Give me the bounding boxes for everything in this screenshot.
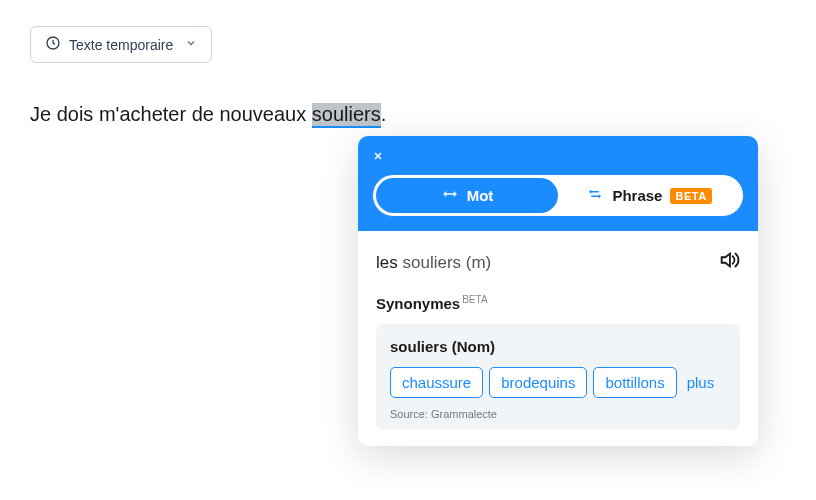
synonym-chip[interactable]: bottillons xyxy=(593,367,676,398)
word-info: les souliers (m) xyxy=(376,253,491,273)
synonym-head: souliers (Nom) xyxy=(390,338,726,355)
synonyms-title-text: Synonymes xyxy=(376,295,460,312)
popup-tabs: Mot Phrase BETA xyxy=(372,174,744,217)
synonym-chips: chaussure brodequins bottillons plus xyxy=(390,367,726,398)
word-popup: Mot Phrase BETA les souliers (m) Synony xyxy=(358,136,758,446)
word-main: souliers xyxy=(402,253,461,272)
synonym-source: Source: Grammalecte xyxy=(390,408,726,420)
more-synonyms-link[interactable]: plus xyxy=(683,368,719,397)
beta-badge: BETA xyxy=(670,188,711,204)
chevron-down-icon xyxy=(185,37,197,52)
close-icon[interactable] xyxy=(372,148,384,174)
word-tab-icon xyxy=(441,187,459,204)
tab-word[interactable]: Mot xyxy=(376,178,558,213)
highlighted-word[interactable]: souliers xyxy=(312,103,381,128)
clock-icon xyxy=(45,35,61,54)
popup-body: les souliers (m) SynonymesBETA souliers … xyxy=(358,231,758,446)
synonyms-title: SynonymesBETA xyxy=(376,294,740,312)
editor-sentence[interactable]: Je dois m'acheter de nouveaux souliers. xyxy=(30,103,386,126)
sentence-post: . xyxy=(381,103,387,125)
tab-phrase[interactable]: Phrase BETA xyxy=(558,178,740,213)
speaker-icon[interactable] xyxy=(718,249,740,276)
tab-phrase-label: Phrase xyxy=(612,187,662,204)
synonym-head-word: souliers xyxy=(390,338,448,355)
synonym-chip[interactable]: brodequins xyxy=(489,367,587,398)
tab-word-label: Mot xyxy=(467,187,494,204)
synonym-chip[interactable]: chaussure xyxy=(390,367,483,398)
word-gender: (m) xyxy=(466,253,491,272)
synonyms-beta-label: BETA xyxy=(462,294,487,305)
phrase-tab-icon xyxy=(586,187,604,204)
temporary-text-dropdown[interactable]: Texte temporaire xyxy=(30,26,212,63)
word-article: les xyxy=(376,253,398,272)
synonyms-box: souliers (Nom) chaussure brodequins bott… xyxy=(376,324,740,430)
word-row: les souliers (m) xyxy=(376,249,740,276)
sentence-pre: Je dois m'acheter de nouveaux xyxy=(30,103,312,125)
synonym-head-type: (Nom) xyxy=(452,338,495,355)
temporary-text-label: Texte temporaire xyxy=(69,37,173,53)
popup-header: Mot Phrase BETA xyxy=(358,136,758,231)
